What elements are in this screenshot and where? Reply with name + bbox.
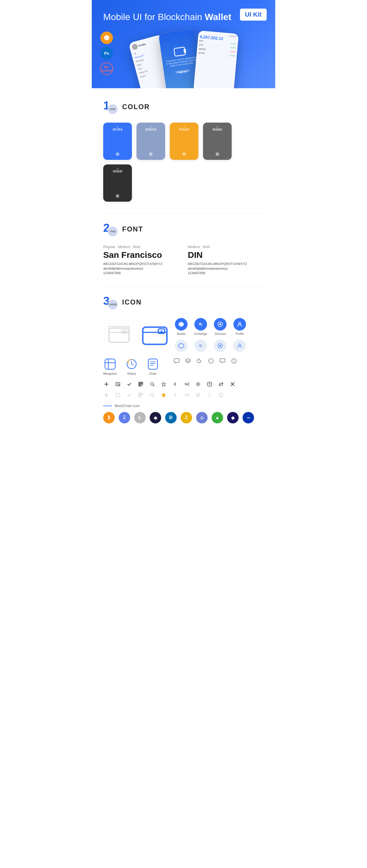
svg-point-70 bbox=[150, 393, 153, 396]
settings-icon bbox=[195, 381, 201, 387]
crypto-icon-BTC: ₿ bbox=[103, 412, 115, 424]
ps-badge: Ps bbox=[101, 47, 113, 60]
svg-line-56 bbox=[153, 385, 154, 386]
phone-mockups: Profile All Mangment Message Night Feat … bbox=[103, 25, 264, 88]
section-1-circle: ONE bbox=[108, 104, 117, 114]
crypto-icon-ETH: Ξ bbox=[119, 412, 130, 424]
check-icon-faded bbox=[126, 392, 133, 398]
svg-point-58 bbox=[197, 383, 199, 385]
qr-icon-faded bbox=[138, 392, 144, 398]
icon-history: History bbox=[125, 358, 138, 375]
color-swatch-4: # 303030 bbox=[103, 164, 132, 202]
font-sf-style: Regular · Medium · Bold bbox=[103, 245, 179, 249]
color-swatch-2: # F5A623 bbox=[170, 123, 198, 160]
nav-icons-outline-row bbox=[175, 339, 246, 352]
reload-icon-faded bbox=[206, 392, 213, 398]
nav-icons-group: Assets Exchange bbox=[175, 318, 246, 352]
color-code-1: # 8DA0C8 bbox=[145, 125, 156, 131]
moon-icon bbox=[196, 358, 203, 364]
crypto-icon-LTC: Ł bbox=[134, 412, 146, 424]
svg-marker-72 bbox=[162, 393, 166, 397]
svg-rect-50 bbox=[142, 383, 142, 383]
svg-rect-32 bbox=[174, 359, 179, 362]
color-code-3: # 666666 bbox=[213, 125, 222, 131]
svg-marker-57 bbox=[162, 382, 166, 386]
icon-main-row: Assets Exchange bbox=[103, 318, 264, 352]
crypto-icon-NET: ◇ bbox=[196, 412, 207, 424]
check-icon bbox=[126, 381, 133, 387]
misc-icons bbox=[173, 358, 237, 369]
font-sf-upper: ABCDEFGHIJKLMNOPQRSTUVWXYZ bbox=[103, 262, 179, 266]
svg-point-22 bbox=[219, 345, 221, 347]
icon-wireframe-1 bbox=[103, 319, 135, 351]
blockchain-section: BlockChain Icon ₿ΞŁ◈ĐZ◇▲◆∼ bbox=[103, 404, 264, 424]
svg-line-71 bbox=[153, 396, 154, 397]
icon-nav-discover-outline bbox=[214, 339, 227, 352]
blockchain-line bbox=[103, 406, 112, 406]
chat-icon bbox=[173, 358, 180, 364]
x-icon-faded bbox=[195, 392, 201, 398]
icon-order: Order bbox=[146, 358, 159, 375]
color-code-2: # F5A623 bbox=[179, 125, 189, 131]
discover-outline-circle bbox=[214, 339, 227, 352]
svg-marker-0 bbox=[104, 35, 110, 40]
crypto-icon-DIA: ◆ bbox=[227, 412, 238, 424]
upload-icon bbox=[206, 381, 213, 387]
order-label: Order bbox=[149, 372, 157, 375]
icon-section-header: 3 THREE ICON bbox=[103, 295, 264, 309]
icon-title: ICON bbox=[122, 298, 142, 306]
font-sf: Regular · Medium · Bold San Francisco AB… bbox=[103, 245, 179, 275]
plus-icon bbox=[103, 381, 110, 387]
svg-rect-68 bbox=[141, 393, 143, 395]
svg-point-18 bbox=[219, 323, 221, 325]
app-icons-row: Mangment History bbox=[103, 358, 264, 375]
hero-title-text: Mobile UI for Blockchain bbox=[103, 12, 205, 22]
sketch-badge bbox=[101, 32, 113, 44]
color-code-4: # 303030 bbox=[113, 167, 122, 173]
svg-marker-20 bbox=[179, 343, 184, 348]
color-section-header: 1 ONE COLOR bbox=[103, 100, 264, 114]
section-3-circle: THREE bbox=[108, 300, 117, 309]
svg-rect-53 bbox=[142, 384, 143, 385]
small-icons-row-2 bbox=[103, 392, 264, 398]
share-icon bbox=[184, 381, 190, 387]
svg-point-33 bbox=[209, 359, 213, 363]
layers-icon bbox=[185, 358, 191, 364]
svg-rect-54 bbox=[141, 385, 142, 386]
hero-title-bold: Wallet bbox=[205, 12, 231, 22]
small-icons-row-1 bbox=[103, 381, 264, 387]
icon-nav-profile-outline bbox=[233, 339, 246, 352]
star-icon-highlight bbox=[161, 392, 167, 398]
swap-icon bbox=[218, 381, 224, 387]
list-edit-icon bbox=[115, 381, 121, 387]
profile-outline-circle bbox=[233, 339, 246, 352]
font-sf-nums: 1234567890 bbox=[103, 271, 179, 275]
crypto-icon-ZEC: Z bbox=[181, 412, 192, 424]
svg-point-77 bbox=[221, 394, 221, 395]
search-icon-faded bbox=[149, 392, 156, 398]
blockchain-icons-row: ₿ΞŁ◈ĐZ◇▲◆∼ bbox=[103, 412, 264, 424]
svg-point-37 bbox=[234, 360, 234, 360]
font-din-name: DIN bbox=[188, 250, 264, 260]
circle-icon bbox=[208, 358, 214, 364]
font-sf-lower: abcdefghijklmnopqrstuvwxyz bbox=[103, 267, 179, 270]
color-dot-0 bbox=[116, 152, 119, 156]
main-content: 1 ONE COLOR # 3574FA # 8DA0C8 # F5A623 #… bbox=[92, 88, 275, 446]
font-sf-name: San Francisco bbox=[103, 250, 179, 260]
search-icon bbox=[149, 381, 156, 387]
font-title: FONT bbox=[122, 225, 143, 233]
crypto-icon-DASH: Đ bbox=[165, 412, 177, 424]
font-din-nums: 1234567890 bbox=[188, 271, 264, 275]
phone-mockup-3: myWallet 6,297,502.12 BTC+1.2% ETH+0.8% … bbox=[193, 31, 238, 89]
hero-section: Mobile UI for Blockchain Wallet UI Kit P… bbox=[92, 0, 275, 88]
svg-rect-51 bbox=[139, 385, 140, 386]
back-icon bbox=[172, 381, 178, 387]
icon-content: Assets Exchange bbox=[103, 318, 264, 424]
color-dot-2 bbox=[182, 152, 186, 156]
section-3-number: 3 THREE bbox=[103, 295, 117, 309]
svg-point-19 bbox=[239, 322, 241, 324]
icon-mangment: Mangment bbox=[103, 358, 117, 375]
icon-nav-exchange: Exchange bbox=[194, 318, 207, 336]
icon-nav-discover: Discover bbox=[214, 318, 227, 336]
back-icon-faded bbox=[172, 392, 178, 398]
